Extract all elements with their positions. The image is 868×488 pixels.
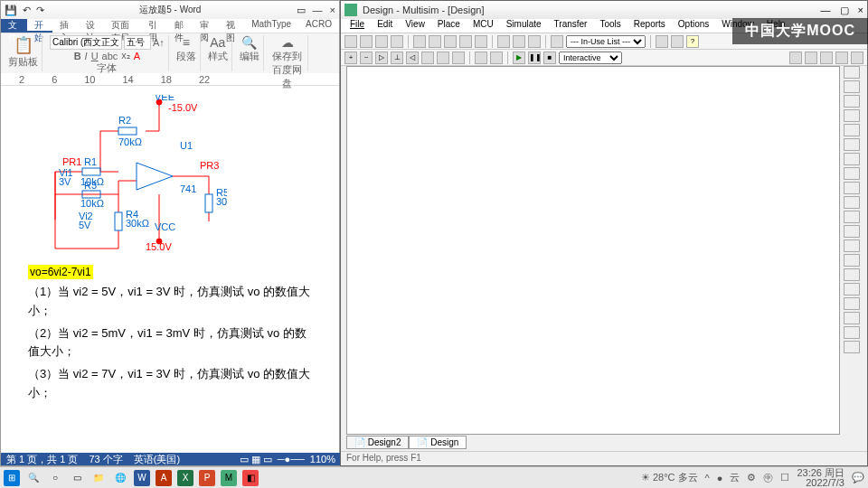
menu-file[interactable]: File	[344, 19, 370, 33]
basic-icon[interactable]: ~	[360, 52, 373, 64]
grid-icon[interactable]	[528, 35, 541, 48]
tab-design2[interactable]: 📄 Design2	[346, 436, 409, 449]
sim-mode-select[interactable]: Interactive	[559, 52, 622, 64]
menu-simulate[interactable]: Simulate	[501, 19, 547, 33]
tray-overflow-icon[interactable]: ^	[705, 473, 710, 483]
cortana-icon[interactable]: ○	[47, 470, 63, 486]
netan-icon[interactable]	[844, 254, 860, 267]
zoom-level[interactable]: 110%	[310, 454, 335, 465]
tab-file[interactable]: 文件	[1, 19, 27, 33]
tab-mathtype[interactable]: MathType	[244, 19, 298, 33]
run-icon[interactable]: ▶	[513, 52, 525, 64]
logicconv-icon[interactable]	[844, 196, 860, 209]
analog-icon[interactable]: ◁	[406, 52, 419, 64]
close-icon[interactable]: ×	[330, 5, 335, 16]
tab-acrobat[interactable]: ACRO	[298, 19, 339, 33]
excel-icon[interactable]: X	[177, 470, 193, 486]
tab-references[interactable]: 引用	[141, 19, 167, 33]
tray-onedrive-icon[interactable]: 云	[730, 471, 740, 484]
logic-icon[interactable]	[844, 182, 860, 194]
font-size-select[interactable]	[124, 35, 151, 50]
agfg-icon[interactable]	[844, 268, 860, 281]
page-indicator[interactable]: 第 1 页，共 1 页	[6, 453, 78, 466]
tab-view[interactable]: 视图	[219, 19, 245, 33]
start-button[interactable]: ⊞	[4, 470, 20, 486]
probe-icon[interactable]	[789, 52, 802, 64]
menu-mcu[interactable]: MCU	[467, 19, 499, 33]
open-icon[interactable]	[360, 35, 373, 48]
minimize-icon[interactable]: ▭	[297, 5, 306, 16]
tray-icon[interactable]: ☐	[780, 472, 789, 483]
help-icon[interactable]: ?	[686, 35, 699, 48]
strike-icon[interactable]: abc	[102, 51, 118, 61]
tab-mailings[interactable]: 邮件	[167, 19, 193, 33]
menu-transfer[interactable]: Transfer	[549, 19, 593, 33]
edge-icon[interactable]: 🌐	[112, 470, 128, 486]
menu-tools[interactable]: Tools	[594, 19, 626, 33]
word-taskbar-icon[interactable]: W	[134, 470, 150, 486]
menu-view[interactable]: View	[400, 19, 430, 33]
notifications-icon[interactable]: 💬	[852, 472, 864, 483]
copy-icon[interactable]	[429, 35, 441, 48]
document-area[interactable]: VEE -15.0V R2 70kΩ U1 741 R1 10kΩ PR1 PR…	[1, 86, 339, 456]
menu-reports[interactable]: Reports	[628, 19, 671, 33]
ime-icon[interactable]: ㊥	[763, 471, 773, 484]
print-icon[interactable]	[391, 35, 403, 48]
view-icons[interactable]: ▭ ▦ ▭	[240, 454, 272, 465]
minimize-icon[interactable]: —	[821, 5, 831, 16]
ppt-icon[interactable]: P	[199, 470, 215, 486]
tab-design[interactable]: 📄 Design	[409, 436, 467, 449]
save-icon[interactable]	[375, 35, 388, 48]
wordgen-icon[interactable]	[844, 167, 860, 180]
labview-icon[interactable]	[844, 341, 860, 353]
clock-date[interactable]: 2022/7/3	[797, 478, 844, 488]
scope4-icon[interactable]	[844, 124, 860, 136]
component-icon[interactable]	[551, 35, 563, 48]
grow-font-icon[interactable]: A↑	[153, 37, 165, 48]
cut-icon[interactable]	[413, 35, 426, 48]
italic-icon[interactable]: I	[85, 51, 88, 61]
tab-home[interactable]: 开始	[27, 19, 53, 33]
source-icon[interactable]: +	[344, 52, 357, 64]
new-icon[interactable]	[344, 35, 357, 48]
close-icon[interactable]: ×	[858, 5, 863, 16]
diode-icon[interactable]: ▷	[375, 52, 388, 64]
transistor-icon[interactable]: ⊥	[391, 52, 403, 64]
tekosc-icon[interactable]	[844, 312, 860, 324]
freq-icon[interactable]	[844, 153, 860, 165]
pause-icon[interactable]: ❚❚	[528, 52, 541, 64]
agosc-icon[interactable]	[844, 297, 860, 310]
tray-icon[interactable]: ⚙	[747, 472, 756, 483]
tool-icon[interactable]	[671, 35, 684, 48]
undo-icon[interactable]: ↶	[23, 5, 31, 16]
save-icon[interactable]: 💾	[5, 5, 17, 16]
zoom-icon[interactable]	[497, 35, 510, 48]
power-icon[interactable]	[490, 52, 503, 64]
redo-icon[interactable]: ↷	[36, 5, 44, 16]
funcgen-icon[interactable]	[844, 80, 860, 93]
acrobat-icon[interactable]: A	[156, 470, 172, 486]
agmm-icon[interactable]	[844, 283, 860, 296]
clock-time[interactable]: 23:26 周日	[797, 468, 844, 478]
tab-insert[interactable]: 插入	[52, 19, 79, 33]
multisim-taskbar-icon[interactable]: M	[221, 470, 237, 486]
underline-icon[interactable]: U	[91, 51, 99, 61]
explorer-icon[interactable]: 📁	[90, 470, 107, 486]
stop-icon[interactable]: ■	[543, 52, 556, 64]
app-icon[interactable]: ◧	[242, 470, 259, 486]
sub-icon[interactable]: x₂	[121, 50, 130, 61]
bold-icon[interactable]: B	[74, 51, 81, 61]
multimeter-icon[interactable]	[844, 66, 860, 79]
menu-edit[interactable]: Edit	[372, 19, 398, 33]
probe-icon[interactable]	[851, 52, 863, 64]
tab-layout[interactable]: 页面布局	[104, 19, 141, 33]
bode-icon[interactable]	[844, 138, 860, 151]
cmos-icon[interactable]	[437, 52, 449, 64]
wattmeter-icon[interactable]	[844, 95, 860, 108]
font-color-icon[interactable]: A	[134, 51, 140, 61]
schematic-canvas[interactable]	[346, 66, 840, 435]
zoom-slider[interactable]: ─●──	[278, 454, 305, 465]
probe-icon[interactable]	[820, 52, 833, 64]
dist-icon[interactable]	[844, 225, 860, 238]
language-indicator[interactable]: 英语(美国)	[134, 453, 180, 466]
